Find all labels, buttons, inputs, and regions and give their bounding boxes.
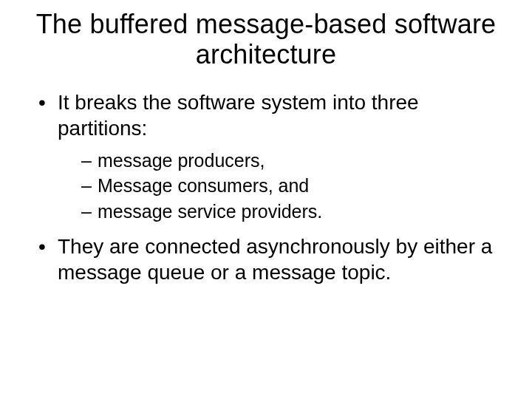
slide: The buffered message-based software arch…: [0, 0, 532, 399]
sub-bullet-list: message producers, Message consumers, an…: [58, 149, 502, 224]
bullet-text: They are connected asynchronously by eit…: [58, 235, 492, 284]
slide-title: The buffered message-based software arch…: [30, 9, 502, 70]
bullet-item: It breaks the software system into three…: [38, 89, 502, 224]
sub-bullet-text: message service providers.: [98, 201, 322, 222]
sub-bullet-text: message producers,: [98, 150, 265, 171]
bullet-list: It breaks the software system into three…: [30, 89, 502, 286]
bullet-item: They are connected asynchronously by eit…: [38, 233, 502, 285]
sub-bullet-item: message producers,: [81, 149, 502, 173]
bullet-text: It breaks the software system into three…: [58, 91, 419, 140]
sub-bullet-text: Message consumers, and: [98, 175, 309, 196]
sub-bullet-item: Message consumers, and: [81, 174, 502, 198]
sub-bullet-item: message service providers.: [81, 200, 502, 224]
